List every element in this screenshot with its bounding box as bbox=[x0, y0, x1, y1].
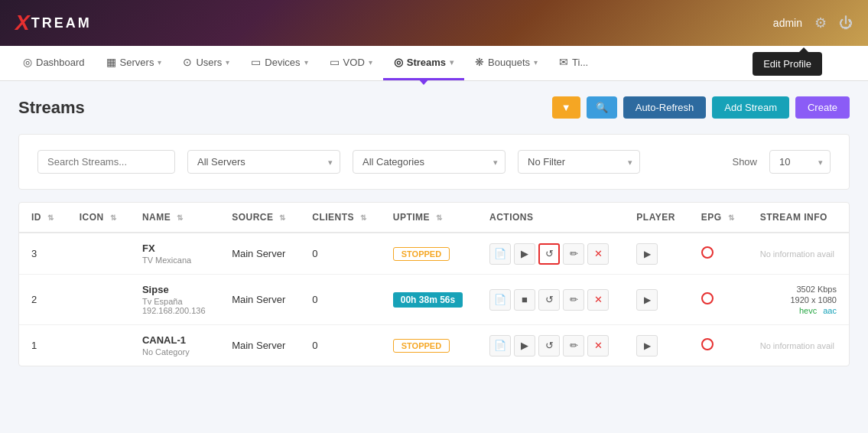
nav-label-devices: Devices bbox=[265, 57, 300, 68]
stream-info-text-3: No information avail bbox=[760, 249, 834, 259]
filters-bar: All Servers Main Server ▾ All Categories… bbox=[18, 134, 850, 190]
cell-id-3: 3 bbox=[19, 233, 67, 275]
table-row: 1 CANAL-1 No Category Main Server 0 STOP… bbox=[19, 325, 849, 366]
power-button[interactable]: ⏻ bbox=[839, 15, 853, 31]
servers-icon: ▦ bbox=[106, 56, 116, 68]
navbar: ◎ Dashboard ▦ Servers ▾ ⊙ Users ▾ ▭ Devi… bbox=[0, 46, 868, 81]
action-restart-btn-2[interactable]: ↺ bbox=[538, 289, 560, 311]
action-stop-btn-2[interactable]: ■ bbox=[514, 289, 535, 311]
cell-uptime-2: 00h 38m 56s bbox=[381, 275, 477, 325]
action-edit-btn-3[interactable]: ✏ bbox=[563, 243, 584, 265]
nav-label-bouquets: Bouquets bbox=[488, 57, 530, 68]
col-name: NAME ⇅ bbox=[130, 203, 219, 233]
cell-name-2: Sipse Tv España 192.168.200.136 bbox=[130, 275, 219, 325]
cell-player-1: ▶ bbox=[624, 325, 688, 366]
sort-icon-id: ⇅ bbox=[47, 213, 54, 222]
nav-item-vod[interactable]: ▭ VOD ▾ bbox=[319, 46, 383, 80]
autorefresh-button[interactable]: Auto-Refresh bbox=[623, 96, 707, 119]
epg-indicator-2 bbox=[701, 292, 714, 304]
action-file-btn-2[interactable]: 📄 bbox=[489, 289, 511, 311]
filter-button[interactable]: ▼ bbox=[552, 96, 580, 119]
action-restart-btn-3[interactable]: ↺ bbox=[538, 243, 560, 265]
streams-arrow: ▾ bbox=[450, 58, 454, 67]
action-file-btn-1[interactable]: 📄 bbox=[489, 335, 511, 356]
show-label: Show bbox=[732, 156, 757, 168]
search-button[interactable]: 🔍 bbox=[587, 96, 617, 119]
cell-streaminfo-2: 3502 Kbps 1920 x 1080 hevc aac bbox=[748, 275, 849, 325]
search-input[interactable] bbox=[37, 150, 175, 174]
show-select[interactable]: 10 25 50 100 bbox=[769, 150, 831, 174]
col-player: PLAYER bbox=[624, 203, 688, 233]
table-row: 3 FX TV Mexicana Main Server 0 STOPPED 📄 bbox=[19, 233, 849, 275]
cell-source-3: Main Server bbox=[219, 233, 300, 275]
cell-name-1: CANAL-1 No Category bbox=[130, 325, 219, 366]
bouquets-icon: ❋ bbox=[475, 56, 484, 68]
player-btn-3[interactable]: ▶ bbox=[636, 243, 658, 265]
action-edit-btn-1[interactable]: ✏ bbox=[563, 335, 584, 356]
nav-label-streams: Streams bbox=[407, 57, 446, 68]
page-title: Streams bbox=[18, 98, 85, 118]
action-edit-btn-2[interactable]: ✏ bbox=[563, 289, 584, 311]
categories-select[interactable]: All Categories bbox=[353, 150, 506, 174]
stream-kbps-2: 3502 Kbps bbox=[796, 285, 837, 294]
action-play-btn-3[interactable]: ▶ bbox=[514, 243, 535, 265]
nav-label-vod: VOD bbox=[343, 57, 365, 68]
stream-sub-fx: TV Mexicana bbox=[142, 256, 207, 265]
player-btn-1[interactable]: ▶ bbox=[636, 335, 658, 356]
devices-arrow: ▾ bbox=[304, 58, 308, 67]
cell-epg-1 bbox=[689, 325, 748, 366]
sort-icon-icon: ⇅ bbox=[110, 213, 117, 222]
nav-item-devices[interactable]: ▭ Devices ▾ bbox=[240, 46, 318, 80]
stream-name-fx: FX bbox=[142, 243, 207, 254]
vod-arrow: ▾ bbox=[369, 58, 372, 67]
header: X TREAM admin ⚙ ⏻ Edit Profile bbox=[0, 0, 868, 46]
add-stream-button[interactable]: Add Stream bbox=[712, 96, 789, 119]
cell-epg-3 bbox=[689, 233, 748, 275]
action-delete-btn-1[interactable]: ✕ bbox=[587, 335, 609, 356]
nav-item-servers[interactable]: ▦ Servers ▾ bbox=[96, 46, 173, 80]
nav-label-dashboard: Dashboard bbox=[36, 57, 85, 68]
nav-item-tickets[interactable]: ✉ Ti... bbox=[548, 46, 599, 80]
col-clients: CLIENTS ⇅ bbox=[300, 203, 381, 233]
stream-name-canal1: CANAL-1 bbox=[142, 334, 207, 346]
settings-button[interactable]: ⚙ bbox=[814, 15, 827, 31]
epg-indicator-3 bbox=[701, 246, 714, 259]
action-play-btn-1[interactable]: ▶ bbox=[514, 335, 535, 356]
stream-name-sipse: Sipse bbox=[142, 284, 207, 295]
bouquets-arrow: ▾ bbox=[534, 58, 538, 67]
logo-text: TREAM bbox=[31, 15, 92, 31]
stream-audio-2: aac bbox=[823, 306, 837, 315]
vod-icon: ▭ bbox=[330, 56, 340, 68]
servers-select[interactable]: All Servers Main Server bbox=[187, 150, 340, 174]
cell-uptime-1: STOPPED bbox=[381, 325, 477, 366]
action-delete-btn-3[interactable]: ✕ bbox=[587, 243, 609, 265]
show-select-wrap: 10 25 50 100 ▾ bbox=[769, 150, 831, 174]
cell-icon-3 bbox=[67, 233, 130, 275]
actions-group-1: 📄 ▶ ↺ ✏ ✕ bbox=[489, 335, 612, 356]
nav-item-bouquets[interactable]: ❋ Bouquets ▾ bbox=[464, 46, 548, 80]
servers-select-wrap: All Servers Main Server ▾ bbox=[187, 150, 340, 174]
stream-info-data-2: 3502 Kbps 1920 x 1080 hevc aac bbox=[760, 285, 837, 315]
action-file-btn-3[interactable]: 📄 bbox=[489, 243, 511, 265]
action-restart-btn-1[interactable]: ↺ bbox=[538, 335, 560, 356]
col-streaminfo: STREAM INFO bbox=[748, 203, 849, 233]
action-delete-btn-2[interactable]: ✕ bbox=[587, 289, 609, 311]
users-icon: ⊙ bbox=[183, 56, 192, 68]
table-row: 2 Sipse Tv España 192.168.200.136 Main S… bbox=[19, 275, 849, 325]
users-arrow: ▾ bbox=[226, 58, 229, 67]
sort-icon-name: ⇅ bbox=[177, 213, 184, 222]
cell-clients-3: 0 bbox=[300, 233, 381, 275]
stream-resolution-2: 1920 x 1080 bbox=[790, 295, 837, 304]
create-button[interactable]: Create bbox=[795, 96, 850, 119]
nav-item-dashboard[interactable]: ◎ Dashboard bbox=[12, 46, 96, 80]
cell-uptime-3: STOPPED bbox=[381, 233, 477, 275]
nav-item-streams[interactable]: ◎ Streams ▾ bbox=[383, 46, 464, 80]
cell-player-2: ▶ bbox=[624, 275, 688, 325]
nav-item-users[interactable]: ⊙ Users ▾ bbox=[172, 46, 240, 80]
dashboard-icon: ◎ bbox=[23, 56, 32, 68]
filter-select[interactable]: No Filter bbox=[518, 150, 640, 174]
player-btn-2[interactable]: ▶ bbox=[636, 289, 658, 311]
streams-icon: ◎ bbox=[394, 56, 403, 68]
cell-clients-2: 0 bbox=[300, 275, 381, 325]
stream-ip-sipse: 192.168.200.136 bbox=[142, 306, 207, 315]
